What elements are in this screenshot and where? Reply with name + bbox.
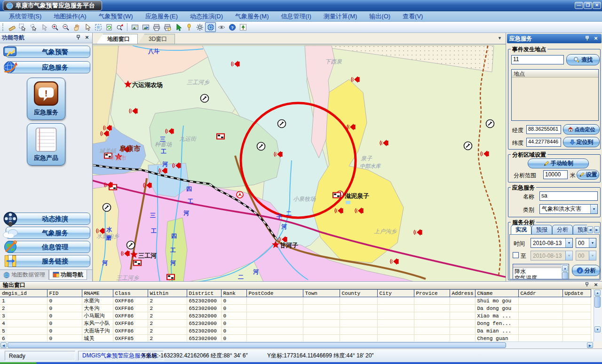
chevron-down-icon[interactable]: ▼ bbox=[590, 205, 597, 214]
manual-draw-button[interactable]: 手动绘制 bbox=[528, 158, 589, 168]
red-badge-icon[interactable] bbox=[237, 191, 243, 198]
pointer-green-button[interactable] bbox=[173, 22, 183, 32]
table-column-header[interactable]: Provice bbox=[414, 290, 450, 297]
site-circle-icon[interactable] bbox=[486, 120, 494, 128]
pin-icon[interactable] bbox=[585, 36, 591, 42]
restore-button[interactable]: ❐ bbox=[584, 2, 592, 9]
menu-item-1[interactable]: 地图操作(A) bbox=[48, 12, 92, 21]
menu-item-9[interactable]: 查看(V) bbox=[396, 12, 429, 21]
chevron-down-icon[interactable]: ▼ bbox=[589, 238, 596, 247]
longitude-input[interactable]: 88.36255061 bbox=[526, 125, 561, 134]
export-map-button[interactable] bbox=[140, 22, 151, 32]
table-column-header[interactable]: Address bbox=[450, 290, 475, 297]
table-column-header[interactable]: dmgis_id bbox=[0, 290, 47, 297]
analysis-tab-0[interactable]: 实况 bbox=[511, 225, 531, 234]
locate-click-button[interactable]: 点击定位 bbox=[563, 124, 600, 135]
search-button[interactable]: 查找 bbox=[566, 54, 600, 65]
site-circle-icon[interactable] bbox=[103, 204, 111, 212]
chevron-down-icon[interactable]: ▼ bbox=[589, 251, 596, 260]
help-button[interactable]: ? bbox=[227, 22, 238, 32]
site-circle-icon[interactable] bbox=[257, 142, 265, 150]
image-layer-button[interactable] bbox=[129, 22, 140, 32]
table-column-header[interactable]: PostCode bbox=[246, 290, 303, 297]
table-row[interactable]: 60城关OXFF8526523020000Cheng guan bbox=[0, 335, 591, 342]
table-row[interactable]: 10水磨沟OXFF8626523020000Shui mo gou bbox=[0, 297, 591, 305]
location-list[interactable]: 地点 bbox=[511, 69, 599, 121]
pin-icon[interactable] bbox=[585, 282, 591, 288]
scroll-thumb[interactable] bbox=[594, 296, 601, 308]
range-input[interactable]: 10000 bbox=[543, 170, 568, 179]
site-circle-icon[interactable] bbox=[201, 95, 209, 103]
table-row[interactable]: 40东风一小队OXFF8626523020000Dong fen... bbox=[0, 320, 591, 327]
analysis-tab-1[interactable]: 预报 bbox=[531, 225, 552, 234]
to-checkbox[interactable] bbox=[513, 252, 519, 258]
refresh-button[interactable] bbox=[103, 22, 114, 32]
menu-item-2[interactable]: 气象预警(W) bbox=[93, 12, 139, 21]
table-column-header[interactable]: City bbox=[377, 290, 414, 297]
close-icon[interactable]: ✕ bbox=[84, 35, 90, 41]
map-tab-0[interactable]: 地图窗口 bbox=[96, 34, 138, 44]
zoom-scale-button[interactable] bbox=[114, 22, 125, 32]
flag-icon[interactable] bbox=[217, 134, 224, 139]
location-list-header[interactable]: 地点 bbox=[512, 70, 598, 78]
date-select[interactable]: 2010-08-13 ▼ bbox=[531, 238, 573, 248]
element-listbox[interactable]: 降水空气温度 ▲ bbox=[513, 264, 569, 279]
table-row[interactable]: 20大冬沟OXFF8626523020000Da dong gou bbox=[0, 305, 591, 312]
analysis-tab-2[interactable]: 分析 bbox=[552, 225, 573, 234]
analyze-button[interactable]: i 分析 bbox=[572, 265, 600, 276]
scroll-up-icon[interactable]: ▲ bbox=[594, 290, 601, 296]
map-canvas[interactable]: 六运湖农场三工河乡下西泉八斗阜康市城关镇阜康市种蓄场九运街泉子中部水库滋泥泉子小… bbox=[93, 44, 506, 281]
toolbar-grip[interactable] bbox=[2, 24, 5, 31]
menu-item-5[interactable]: 气象服务(M) bbox=[229, 12, 275, 21]
pin-icon[interactable] bbox=[76, 35, 82, 41]
menu-item-0[interactable]: 系统管理(S) bbox=[3, 12, 48, 21]
pointer-button[interactable] bbox=[82, 22, 93, 32]
end-date-select[interactable]: 2010-08-13 ▼ bbox=[531, 251, 573, 261]
site-circle-icon[interactable] bbox=[464, 142, 472, 150]
scroll-right-icon[interactable]: ▶ bbox=[587, 342, 593, 348]
map-tab-1[interactable]: 3D窗口 bbox=[138, 34, 175, 44]
listbox-scrollbar[interactable]: ▲ bbox=[561, 265, 568, 278]
locate-to-button[interactable]: 定位到 bbox=[563, 137, 600, 147]
place-pin-button[interactable] bbox=[183, 22, 194, 32]
output-hscrollbar[interactable]: ◀ ▶ bbox=[0, 341, 594, 348]
table-column-header[interactable]: Town bbox=[303, 290, 340, 297]
table-column-header[interactable]: FID bbox=[47, 290, 82, 297]
close-icon[interactable]: ✕ bbox=[593, 282, 599, 288]
sidebar-item-bottom-3[interactable]: 服务链接 bbox=[1, 254, 91, 268]
export-tree-button[interactable] bbox=[238, 22, 248, 32]
emergency-service-button[interactable]: !应急服务 bbox=[27, 78, 65, 120]
table-column-header[interactable]: District bbox=[187, 290, 221, 297]
select-rect-button[interactable] bbox=[17, 22, 28, 32]
event-location-input[interactable]: 11 bbox=[511, 55, 564, 64]
sidebar-item-bottom-0[interactable]: 动态推演 bbox=[1, 212, 91, 225]
zoom-out-button[interactable] bbox=[60, 22, 71, 32]
hour-select[interactable]: 00 ▼ bbox=[576, 238, 596, 248]
map-region[interactable] bbox=[166, 218, 187, 281]
element-list-item[interactable]: 降水 bbox=[513, 268, 562, 275]
scroll-thumb[interactable] bbox=[8, 342, 506, 348]
tab-scroll-right[interactable]: ▶ bbox=[594, 226, 600, 233]
service-name-input[interactable]: sa bbox=[539, 191, 598, 201]
tab-scroll-left[interactable]: ◀ bbox=[587, 226, 593, 233]
sidebar-item-1[interactable]: 应急服务 bbox=[1, 61, 91, 74]
site-circle-icon[interactable] bbox=[127, 241, 135, 249]
analysis-tab-3[interactable]: 预案 bbox=[573, 225, 587, 234]
table-column-header[interactable]: RNAME bbox=[82, 290, 113, 297]
scroll-thumb[interactable] bbox=[562, 272, 568, 279]
flag-icon[interactable] bbox=[167, 275, 174, 280]
output-vscrollbar[interactable]: ▲ ▼ bbox=[594, 289, 602, 341]
menu-item-4[interactable]: 动态推演(D) bbox=[184, 12, 229, 21]
measure-button[interactable] bbox=[6, 22, 17, 32]
table-column-header[interactable]: Update bbox=[562, 290, 591, 297]
table-column-header[interactable]: Within bbox=[148, 290, 187, 297]
scroll-left-icon[interactable]: ◀ bbox=[0, 342, 7, 348]
latitude-input[interactable]: 44.22778446 bbox=[526, 138, 561, 147]
close-icon[interactable]: ✕ bbox=[593, 36, 599, 42]
chevron-down-icon[interactable]: ▼ bbox=[565, 238, 572, 247]
scroll-up-icon[interactable]: ▲ bbox=[562, 265, 568, 271]
flag-icon[interactable] bbox=[134, 261, 141, 266]
sidebar-item-bottom-1[interactable]: 气象服务 bbox=[1, 226, 91, 239]
pan-button[interactable] bbox=[71, 22, 82, 32]
left-tab-0[interactable]: 地图数据管理 bbox=[0, 270, 49, 280]
